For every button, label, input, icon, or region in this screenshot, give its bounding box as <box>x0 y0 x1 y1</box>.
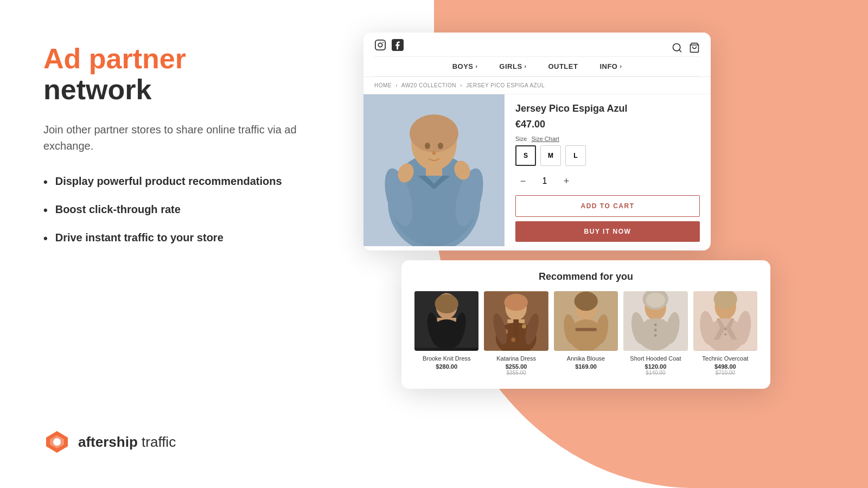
cart-icon[interactable] <box>689 42 700 53</box>
svg-rect-36 <box>514 319 519 341</box>
rec-img-technic <box>693 291 757 351</box>
rec-product-hooded[interactable]: Short Hooded Coat $120.00 $140.00 <box>623 291 687 376</box>
rec-product-annika[interactable]: Annika Blouse $169.00 <box>554 291 618 376</box>
product-title: Jersey Pico Espiga Azul <box>515 103 700 114</box>
size-l-button[interactable]: L <box>565 145 586 166</box>
chevron-icon: › <box>620 63 622 69</box>
right-panel: BOYS › GIRLS › OUTLET INFO › HOME › AW20… <box>358 0 868 488</box>
bullet-3: Drive instant traffic to your store <box>43 230 326 247</box>
rec-name-katarina: Katarina Dress <box>484 355 548 362</box>
chevron-icon: › <box>525 63 527 69</box>
rec-old-price-katarina: $355.00 <box>484 370 548 376</box>
nav-boys[interactable]: BOYS › <box>452 62 478 70</box>
logo-area: aftership traffic <box>43 428 326 455</box>
bullets-list: Display powerful product recommendations… <box>43 174 326 247</box>
hooded-image-svg <box>623 291 687 351</box>
size-m-button[interactable]: M <box>540 145 561 166</box>
nav-outlet[interactable]: OUTLET <box>548 62 578 70</box>
svg-point-2 <box>53 438 61 446</box>
quantity-decrease-button[interactable]: − <box>515 174 531 189</box>
svg-rect-3 <box>375 40 385 50</box>
rec-img-hooded <box>623 291 687 351</box>
nav-boys-label: BOYS <box>452 62 474 70</box>
svg-point-14 <box>410 114 458 152</box>
product-image-svg <box>363 94 505 246</box>
size-options: S M L <box>515 145 700 166</box>
rec-name-annika: Annika Blouse <box>554 355 618 362</box>
logo-suffix: traffic <box>138 434 176 450</box>
chevron-icon: › <box>476 63 478 69</box>
svg-line-8 <box>679 50 681 52</box>
header-icons <box>672 42 700 53</box>
svg-rect-49 <box>575 328 596 331</box>
headline-dark: network <box>43 74 151 105</box>
instagram-icon[interactable] <box>374 39 386 51</box>
facebook-icon[interactable] <box>392 39 404 51</box>
recommendations-title: Recommend for you <box>414 271 757 282</box>
nav-info-label: INFO <box>599 62 617 70</box>
headline-orange: Ad partner <box>43 43 186 74</box>
rec-price-annika: $169.00 <box>554 363 618 370</box>
svg-point-44 <box>574 292 597 311</box>
nav-bar: BOYS › GIRLS › OUTLET INFO › <box>374 56 700 76</box>
size-chart-link[interactable]: Size Chart <box>531 136 559 142</box>
rec-product-katarina[interactable]: Katarina Dress $255.00 $355.00 <box>484 291 548 376</box>
svg-point-4 <box>378 43 382 47</box>
size-text: Size <box>515 136 527 142</box>
add-to-cart-button[interactable]: ADD TO CART <box>515 195 700 217</box>
nav-outlet-label: OUTLET <box>548 62 578 70</box>
product-details: Jersey Pico Espiga Azul €47.00 Size Size… <box>505 94 711 251</box>
recommendations-products: Brooke Knit Dress $280.00 <box>414 291 757 376</box>
bullet-2: Boost click-through rate <box>43 202 326 219</box>
buy-now-button[interactable]: BUY IT NOW <box>515 221 700 242</box>
rec-img-annika <box>554 291 618 351</box>
rec-img-katarina <box>484 291 548 351</box>
rec-price-technic: $498.00 <box>693 363 757 370</box>
left-content: Ad partner network Join other partner st… <box>43 43 326 428</box>
product-area: Jersey Pico Espiga Azul €47.00 Size Size… <box>363 94 711 251</box>
technic-image-svg <box>693 291 757 351</box>
rec-name-technic: Technic Overcoat <box>693 355 757 362</box>
rec-img-brooke <box>414 291 478 351</box>
svg-point-26 <box>435 294 458 314</box>
nav-girls[interactable]: GIRLS › <box>499 62 526 70</box>
rec-old-price-technic: $710.00 <box>693 370 757 376</box>
svg-point-23 <box>432 151 436 155</box>
quantity-row: − 1 + <box>515 174 700 189</box>
svg-point-53 <box>646 293 666 308</box>
svg-point-60 <box>654 334 657 337</box>
logo-text: aftership traffic <box>78 434 176 451</box>
svg-point-58 <box>654 323 657 326</box>
left-panel: Ad partner network Join other partner st… <box>0 0 358 488</box>
svg-point-38 <box>522 324 526 329</box>
svg-point-5 <box>382 42 384 43</box>
subtitle: Join other partner stores to share onlin… <box>43 121 315 154</box>
nav-info[interactable]: INFO › <box>599 62 622 70</box>
search-icon[interactable] <box>672 42 682 53</box>
aftership-logo-icon <box>43 428 71 455</box>
browser-header: BOYS › GIRLS › OUTLET INFO › <box>363 33 711 77</box>
rec-price-brooke: $280.00 <box>414 363 478 370</box>
social-icons <box>374 39 404 51</box>
svg-point-22 <box>438 143 443 149</box>
svg-point-59 <box>654 329 657 331</box>
svg-rect-15 <box>426 165 442 176</box>
svg-point-70 <box>724 328 726 330</box>
rec-product-brooke[interactable]: Brooke Knit Dress $280.00 <box>414 291 478 376</box>
headline: Ad partner network <box>43 43 326 105</box>
product-image <box>363 94 505 246</box>
rec-name-brooke: Brooke Knit Dress <box>414 355 478 362</box>
brooke-image-svg <box>414 291 478 348</box>
breadcrumb: HOME › AW20 COLLECTION › JERSEY PICO ESP… <box>363 77 711 94</box>
store-browser-window: BOYS › GIRLS › OUTLET INFO › HOME › AW20… <box>363 33 711 251</box>
rec-old-price-hooded: $140.00 <box>623 370 687 376</box>
bullet-1: Display powerful product recommendations <box>43 174 326 191</box>
product-price: €47.00 <box>515 119 700 130</box>
quantity-increase-button[interactable]: + <box>559 174 574 189</box>
rec-product-technic[interactable]: Technic Overcoat $498.00 $710.00 <box>693 291 757 376</box>
annika-image-svg <box>554 291 618 351</box>
rec-name-hooded: Short Hooded Coat <box>623 355 687 362</box>
svg-point-21 <box>425 143 430 149</box>
size-s-button[interactable]: S <box>515 145 536 166</box>
svg-point-33 <box>505 294 528 311</box>
